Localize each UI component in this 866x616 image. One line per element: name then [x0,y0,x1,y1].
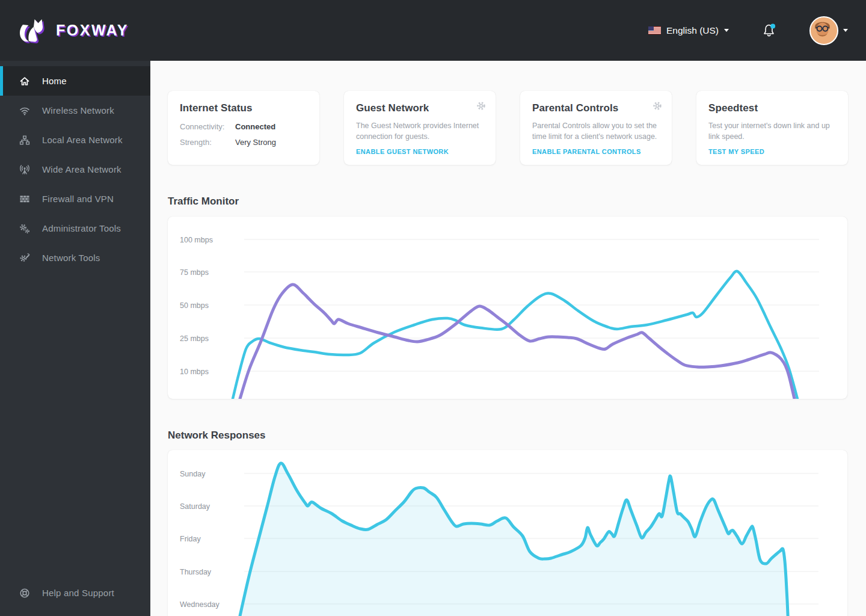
wan-antenna-icon [19,164,31,175]
sidebar-item-wide-area-network[interactable]: Wide Area Network [0,155,150,184]
brand-logo: FOXWAY [18,17,129,44]
guest-network-card: Guest Network The Guest Network provides… [344,91,496,165]
language-selector[interactable]: English (US) [648,25,729,36]
sidebar: Home Wireless Network Local Area Network [0,61,150,616]
sidebar-item-firewall-and-vpn[interactable]: Firewall and VPN [0,184,150,214]
card-description: The Guest Network provides Internet conn… [356,121,484,143]
svg-text:25 mbps: 25 mbps [180,334,209,343]
chevron-down-icon [724,29,729,32]
card-title: Speedtest [708,102,836,114]
connectivity-value: Connected [235,122,275,131]
card-description: Parental Controls allow you to set the t… [532,121,660,143]
us-flag-icon [648,26,661,34]
sidebar-item-network-tools[interactable]: Network Tools [0,243,150,273]
svg-text:10 mbps: 10 mbps [180,368,209,376]
enable-parental-controls-link[interactable]: ENABLE PARENTAL CONTROLS [532,148,641,155]
parental-controls-card: Parental Controls Parental Controls allo… [520,91,672,165]
svg-text:Thursday: Thursday [180,568,212,576]
life-ring-icon [19,588,31,599]
sidebar-item-label: Local Area Network [42,135,123,145]
network-responses-heading: Network Responses [168,430,266,442]
language-label: English (US) [666,25,719,36]
gears-icon [19,223,31,234]
brand-name: FOXWAY [56,22,129,39]
strength-row: Strength: Very Strong [180,138,307,147]
svg-text:Saturday: Saturday [180,502,210,511]
notification-dot [770,24,775,29]
status-cards-row: Internet Status Connectivity: Connected … [168,91,848,165]
svg-text:Wednesday: Wednesday [180,600,220,609]
connectivity-label: Connectivity: [180,122,235,131]
sidebar-item-administrator-tools[interactable]: Administrator Tools [0,214,150,243]
sidebar-item-label: Home [42,76,67,86]
main-content: Internet Status Connectivity: Connected … [150,61,866,616]
avatar[interactable] [809,16,838,45]
sidebar-item-home[interactable]: Home [0,66,150,96]
internet-status-card: Internet Status Connectivity: Connected … [168,91,319,165]
wifi-icon [19,105,31,116]
sidebar-item-label: Network Tools [42,253,100,263]
gear-icon[interactable] [476,101,486,111]
card-title: Guest Network [356,102,484,114]
card-title: Parental Controls [532,102,660,114]
notifications-button[interactable] [762,23,776,37]
sidebar-item-label: Firewall and VPN [42,194,114,204]
svg-text:75 mbps: 75 mbps [180,268,209,277]
svg-text:Friday: Friday [180,535,201,543]
strength-value: Very Strong [235,138,276,147]
traffic-monitor-chart-card: 100 mbps75 mbps50 mbps25 mbps10 mbps [168,217,847,399]
connectivity-row: Connectivity: Connected [180,122,307,131]
home-icon [19,76,31,87]
lan-icon [19,135,31,146]
traffic-monitor-heading: Traffic Monitor [168,196,239,208]
traffic-monitor-chart: 100 mbps75 mbps50 mbps25 mbps10 mbps [168,217,847,399]
topbar: FOXWAY English (US) [0,0,866,61]
sidebar-item-label: Wireless Network [42,105,114,116]
user-menu[interactable] [809,16,848,45]
enable-guest-network-link[interactable]: ENABLE GUEST NETWORK [356,148,449,155]
svg-text:100 mbps: 100 mbps [180,236,213,244]
network-responses-chart: SundaySaturdayFridayThursdayWednesday [168,450,847,616]
sidebar-item-label: Help and Support [42,588,114,598]
strength-label: Strength: [180,138,235,147]
chevron-down-icon[interactable] [843,29,848,32]
network-responses-chart-card: SundaySaturdayFridayThursdayWednesday [168,450,847,616]
avatar-photo [811,17,834,41]
test-my-speed-link[interactable]: TEST MY SPEED [708,148,764,155]
speedtest-card: Speedtest Test your internet's down link… [696,91,848,165]
sidebar-item-wireless-network[interactable]: Wireless Network [0,96,150,125]
fox-logo-icon [18,17,49,44]
svg-text:50 mbps: 50 mbps [180,301,209,310]
sidebar-item-help-and-support[interactable]: Help and Support [0,578,150,608]
sidebar-item-local-area-network[interactable]: Local Area Network [0,125,150,155]
gear-wrench-icon [19,253,31,263]
bell-icon [762,23,776,37]
svg-text:Sunday: Sunday [180,470,206,478]
firewall-icon [19,194,31,205]
card-description: Test your internet's down link and up li… [708,121,836,143]
sidebar-item-label: Administrator Tools [42,223,121,233]
gear-icon[interactable] [653,101,662,111]
sidebar-item-label: Wide Area Network [42,164,121,174]
card-title: Internet Status [180,102,307,114]
